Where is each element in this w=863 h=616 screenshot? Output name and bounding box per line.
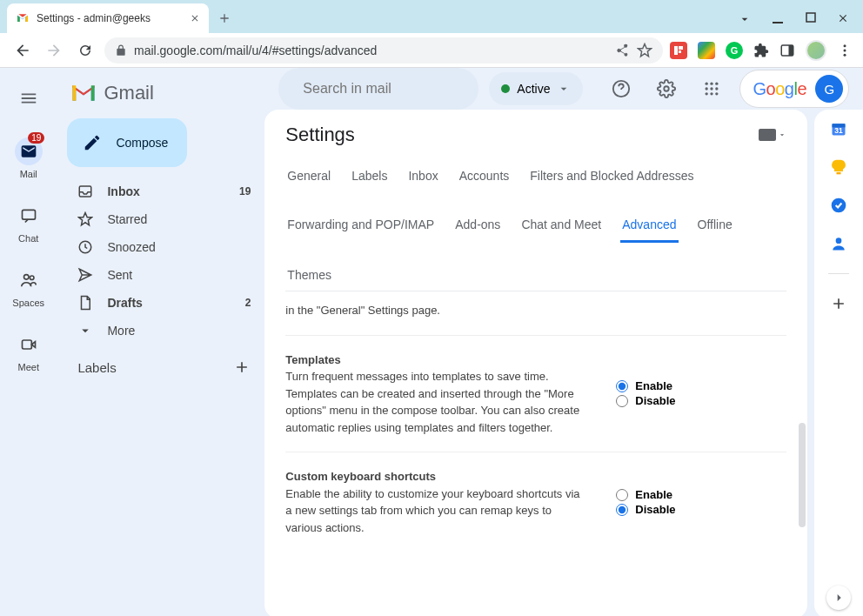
- mail-icon: [20, 143, 37, 160]
- tab-offline[interactable]: Offline: [696, 209, 734, 242]
- svg-rect-10: [22, 210, 35, 219]
- rail-label: Spaces: [12, 298, 44, 308]
- enable-label: Enable: [635, 379, 672, 392]
- setting-title: Custom keyboard shortcuts: [285, 468, 581, 485]
- svg-rect-2: [674, 46, 678, 55]
- svg-rect-27: [759, 129, 776, 141]
- pencil-icon: [83, 133, 102, 152]
- folder-label: More: [107, 324, 251, 338]
- share-icon[interactable]: [616, 44, 630, 57]
- account-avatar[interactable]: G: [815, 75, 843, 103]
- bookmark-star-icon[interactable]: [637, 43, 652, 58]
- add-label-icon[interactable]: [233, 358, 251, 376]
- svg-point-22: [711, 87, 713, 90]
- google-wordmark-text: Google: [753, 79, 806, 99]
- svg-point-33: [836, 238, 842, 244]
- calendar-addon-icon[interactable]: 31: [830, 120, 847, 137]
- sidepanel-icon[interactable]: [779, 43, 795, 58]
- browser-menu-icon[interactable]: [837, 43, 853, 58]
- folder-drafts[interactable]: Drafts 2: [64, 289, 264, 317]
- tab-themes[interactable]: Themes: [285, 259, 333, 291]
- contacts-addon-icon[interactable]: [830, 235, 847, 252]
- main-menu-button[interactable]: [12, 82, 45, 115]
- sidebar: Gmail Compose Inbox 19 Starred Snoozed S…: [57, 68, 264, 616]
- maximize-window-icon[interactable]: [806, 12, 816, 26]
- close-window-icon[interactable]: [837, 12, 849, 26]
- folder-snoozed[interactable]: Snoozed: [64, 233, 264, 261]
- folder-inbox[interactable]: Inbox 19: [64, 177, 264, 205]
- search-box[interactable]: [278, 68, 478, 110]
- tab-chat-meet[interactable]: Chat and Meet: [519, 209, 603, 242]
- reload-button[interactable]: [73, 38, 97, 63]
- tab-filters[interactable]: Filters and Blocked Addresses: [528, 160, 695, 191]
- setting-templates: Templates Turn frequent messages into te…: [285, 336, 786, 453]
- apps-button[interactable]: [694, 71, 729, 106]
- close-tab-icon[interactable]: [190, 13, 200, 23]
- new-tab-button[interactable]: [212, 6, 237, 30]
- folder-label: Snoozed: [107, 240, 251, 254]
- folder-sent[interactable]: Sent: [64, 261, 264, 289]
- gmail-wordmark: Gmail: [104, 82, 153, 104]
- templates-disable-radio[interactable]: [616, 395, 628, 407]
- tab-addons[interactable]: Add-ons: [453, 209, 502, 242]
- google-account-switcher[interactable]: Google G: [739, 70, 849, 108]
- grammarly-ext-icon[interactable]: G: [726, 42, 743, 59]
- svg-point-8: [844, 49, 846, 51]
- rail-label: Chat: [18, 233, 38, 244]
- setting-partial-visible: in the "General" Settings page.: [285, 298, 786, 336]
- svg-point-21: [706, 87, 708, 90]
- tab-labels[interactable]: Labels: [350, 160, 389, 191]
- shortcuts-enable-radio[interactable]: [616, 489, 628, 501]
- compose-button[interactable]: Compose: [67, 118, 187, 167]
- status-label: Active: [517, 82, 550, 96]
- back-button[interactable]: [10, 38, 35, 63]
- tab-accounts[interactable]: Accounts: [458, 160, 512, 191]
- minimize-window-icon[interactable]: [773, 12, 785, 26]
- chevron-down-icon[interactable]: [738, 12, 752, 26]
- add-addon-icon[interactable]: [830, 295, 847, 312]
- tab-advanced[interactable]: Advanced: [620, 209, 678, 243]
- keep-addon-icon[interactable]: [830, 158, 847, 176]
- tab-inbox[interactable]: Inbox: [406, 160, 439, 191]
- flipboard-ext-icon[interactable]: [670, 42, 687, 59]
- rail-chat[interactable]: Chat: [0, 198, 57, 247]
- page-title: Settings: [285, 124, 355, 146]
- tasks-addon-icon[interactable]: [830, 197, 847, 214]
- settings-button[interactable]: [649, 71, 684, 106]
- svg-point-9: [844, 53, 846, 56]
- folder-label: Inbox: [107, 184, 225, 198]
- search-input[interactable]: [303, 81, 477, 97]
- chat-icon: [20, 207, 37, 224]
- chevron-right-icon: [832, 591, 846, 605]
- rail-mail[interactable]: 19 Mail: [0, 134, 57, 183]
- gmail-header: Active Google G: [264, 68, 863, 110]
- setting-partial-text: in the "General" Settings page.: [285, 302, 581, 319]
- templates-enable-radio[interactable]: [616, 380, 628, 392]
- keyboard-icon: [759, 129, 776, 141]
- rail-spaces[interactable]: Spaces: [0, 263, 57, 311]
- extensions-icon[interactable]: [753, 43, 769, 58]
- apps-grid-icon: [703, 80, 720, 97]
- scrollbar[interactable]: [799, 423, 806, 527]
- gmail-logo[interactable]: Gmail: [64, 75, 264, 118]
- svg-point-17: [665, 86, 670, 91]
- forward-button[interactable]: [42, 38, 66, 63]
- svg-point-26: [716, 92, 719, 95]
- labels-section-header: Labels: [64, 345, 264, 383]
- input-tools-button[interactable]: [759, 129, 786, 141]
- disable-label: Disable: [635, 394, 675, 407]
- profile-avatar-icon[interactable]: [806, 40, 826, 61]
- shortcuts-disable-radio[interactable]: [616, 504, 628, 516]
- folder-starred[interactable]: Starred: [64, 205, 264, 233]
- support-button[interactable]: [604, 71, 639, 106]
- folder-more[interactable]: More: [64, 317, 264, 345]
- send-icon: [77, 267, 93, 283]
- status-chip[interactable]: Active: [489, 72, 583, 105]
- tab-general[interactable]: General: [285, 160, 332, 191]
- browser-tab[interactable]: Settings - admin@geeks: [7, 3, 209, 33]
- tab-forwarding[interactable]: Forwarding and POP/IMAP: [285, 209, 436, 242]
- chrome-ext-icon[interactable]: [698, 42, 715, 59]
- rail-meet[interactable]: Meet: [0, 327, 57, 376]
- side-panel-toggle[interactable]: [826, 586, 851, 610]
- address-bar[interactable]: mail.google.com/mail/u/4/#settings/advan…: [104, 37, 663, 64]
